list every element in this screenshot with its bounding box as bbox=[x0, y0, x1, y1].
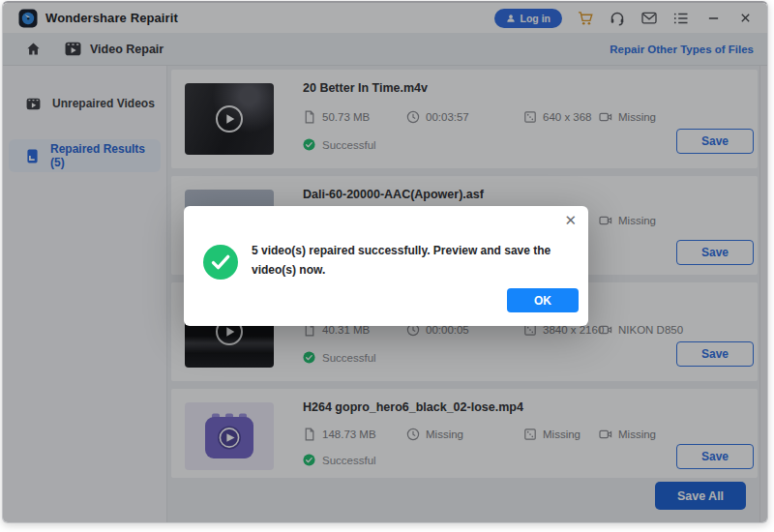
dialog-close-icon[interactable]: ✕ bbox=[564, 212, 577, 229]
repair-complete-dialog: ✕ 5 video(s) repaired successfully. Prev… bbox=[184, 206, 588, 326]
success-check-icon bbox=[203, 245, 238, 280]
ok-button[interactable]: OK bbox=[507, 288, 579, 312]
dialog-message: 5 video(s) repaired successfully. Previe… bbox=[252, 241, 582, 280]
